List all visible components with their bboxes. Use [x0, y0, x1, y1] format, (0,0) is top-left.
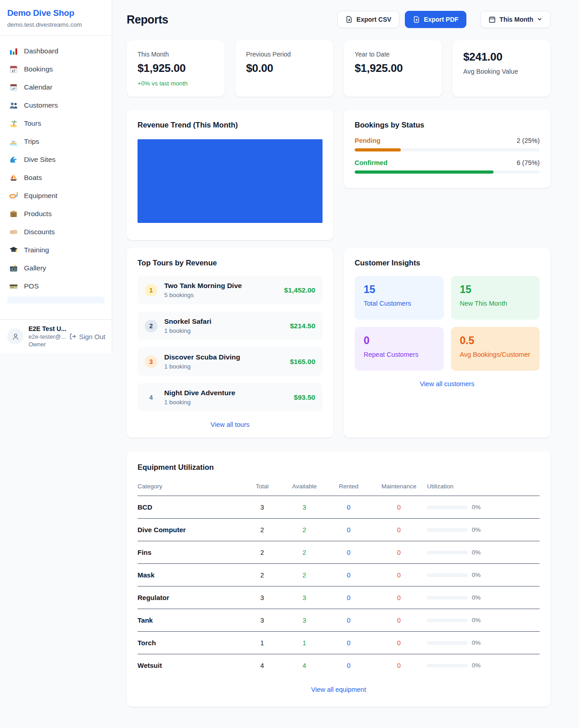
tour-bookings: 1 booking: [164, 399, 235, 406]
sidebar-item-label: Dive Sites: [24, 156, 56, 164]
charts-row: Revenue Trend (This Month) Bookings by S…: [127, 110, 551, 240]
insight-value: 15: [364, 284, 435, 296]
sign-out-button[interactable]: Sign Out: [69, 333, 105, 340]
insight-total-customers: 15 Total Customers: [355, 276, 444, 320]
utilization-bar-track: [427, 641, 468, 645]
sidebar-item-discounts[interactable]: Discounts: [4, 223, 108, 241]
sidebar-item-equipment[interactable]: Equipment: [4, 187, 108, 205]
page-title: Reports: [127, 13, 168, 26]
view-all-equipment-link[interactable]: View all equipment: [138, 686, 540, 693]
tour-amount: $165.00: [290, 358, 315, 366]
utilization-bar-track: [427, 664, 468, 667]
status-label: Confirmed: [355, 159, 388, 166]
sidebar-item-bookings[interactable]: 17 Bookings: [4, 60, 108, 78]
cell-category: Regulator: [138, 586, 242, 609]
cell-total: 1: [242, 632, 282, 654]
view-all-customers-link[interactable]: View all customers: [355, 380, 540, 388]
insight-value: 0.5: [460, 335, 531, 347]
cell-utilization: 0%: [427, 609, 540, 632]
sidebar-item-dive-sites[interactable]: Dive Sites: [4, 151, 108, 169]
tour-list-item: 1 Two Tank Morning Dive 5 bookings $1,45…: [138, 276, 323, 304]
sidebar-item-tours[interactable]: Tours: [4, 114, 108, 132]
revenue-trend-chart: [138, 139, 323, 223]
column-header-available: Available: [282, 478, 327, 496]
insight-label: Total Customers: [364, 300, 435, 307]
sidebar-item-active-partial[interactable]: [7, 297, 104, 303]
cell-category: Tank: [138, 609, 242, 632]
main-content: Reports Export CSV Export PDF This Month: [112, 0, 579, 707]
insight-label: New This Month: [460, 300, 531, 307]
dive-mask-icon: [9, 191, 18, 200]
cell-available: 2: [282, 541, 327, 564]
sidebar-item-products[interactable]: Products: [4, 205, 108, 223]
cell-utilization: 0%: [427, 496, 540, 519]
status-bar-track: [355, 148, 540, 151]
tour-list-item: 4 Night Dive Adventure 1 booking $93.50: [138, 383, 323, 411]
utilization-bar-track: [427, 506, 468, 509]
stats-row: This Month $1,925.00 +0% vs last month P…: [127, 40, 551, 97]
cell-maintenance: 0: [371, 654, 427, 677]
view-all-tours-link[interactable]: View all tours: [138, 421, 323, 428]
sidebar-item-training[interactable]: Training: [4, 241, 108, 259]
rank-badge: 2: [145, 320, 157, 332]
rank-badge: 4: [145, 391, 157, 404]
table-header-row: Category Total Available Rented Maintena…: [138, 478, 540, 496]
cell-available: 4: [282, 654, 327, 677]
cell-utilization: 0%: [427, 541, 540, 564]
utilization-percent: 0%: [472, 594, 481, 601]
utilization-percent: 0%: [472, 504, 481, 511]
column-header-rented: Rented: [327, 478, 371, 496]
user-meta: E2E Test U... e2e-tester@... Owner: [28, 325, 64, 348]
sidebar-nav: Dashboard 17 Bookings Calendar Customers…: [0, 36, 112, 303]
wave-icon: [9, 155, 18, 164]
speedboat-icon: [9, 137, 18, 146]
tour-amount: $214.50: [290, 322, 315, 330]
sidebar-item-calendar[interactable]: Calendar: [4, 78, 108, 96]
utilization-bar-track: [427, 551, 468, 554]
avatar: [7, 328, 24, 345]
cell-rented: 0: [327, 541, 371, 564]
sidebar-item-pos[interactable]: POS: [4, 277, 108, 295]
stat-label: Previous Period: [246, 51, 323, 58]
cell-maintenance: 0: [371, 609, 427, 632]
shop-domain: demo.test.divestreams.com: [7, 21, 104, 28]
period-dropdown[interactable]: This Month: [480, 11, 551, 28]
cell-category: Wetsuit: [138, 654, 242, 677]
cell-total: 3: [242, 496, 282, 519]
sidebar-item-label: Calendar: [24, 83, 52, 91]
insight-repeat-customers: 0 Repeat Customers: [355, 327, 444, 371]
export-csv-label: Export CSV: [356, 16, 391, 23]
export-pdf-button[interactable]: Export PDF: [405, 11, 466, 28]
cell-available: 2: [282, 564, 327, 586]
equipment-utilization-title: Equipment Utilization: [138, 463, 540, 472]
table-row: Fins 2 2 0 0 0%: [138, 541, 540, 564]
tour-name: Discover Scuba Diving: [164, 353, 240, 361]
stat-card-avg-booking-value: $241.00 Avg Booking Value: [452, 40, 551, 97]
sidebar: Demo Dive Shop demo.test.divestreams.com…: [0, 0, 112, 353]
package-icon: [9, 209, 18, 218]
sidebar-item-customers[interactable]: Customers: [4, 96, 108, 114]
chevron-down-icon: [537, 16, 542, 23]
cell-rented: 0: [327, 632, 371, 654]
sidebar-item-gallery[interactable]: Gallery: [4, 259, 108, 277]
cell-utilization: 0%: [427, 654, 540, 677]
bookings-by-status-title: Bookings by Status: [355, 121, 540, 129]
status-bar-fill: [355, 148, 401, 151]
cell-utilization: 0%: [427, 564, 540, 586]
cell-available: 1: [282, 632, 327, 654]
sidebar-item-trips[interactable]: Trips: [4, 132, 108, 151]
cell-maintenance: 0: [371, 496, 427, 519]
credit-card-icon: [9, 282, 18, 291]
header-actions: Export CSV Export PDF This Month: [337, 11, 551, 28]
export-csv-button[interactable]: Export CSV: [337, 11, 399, 28]
customer-insights-title: Customer Insights: [355, 259, 540, 267]
tour-amount: $93.50: [294, 393, 315, 402]
sidebar-item-dashboard[interactable]: Dashboard: [4, 42, 108, 60]
sidebar-item-boats[interactable]: Boats: [4, 169, 108, 187]
utilization-percent: 0%: [472, 639, 481, 646]
cell-utilization: 0%: [427, 632, 540, 654]
tour-bookings: 1 booking: [164, 327, 211, 334]
tour-amount: $1,452.00: [284, 286, 315, 294]
tour-name: Snorkel Safari: [164, 317, 211, 326]
cell-total: 2: [242, 564, 282, 586]
